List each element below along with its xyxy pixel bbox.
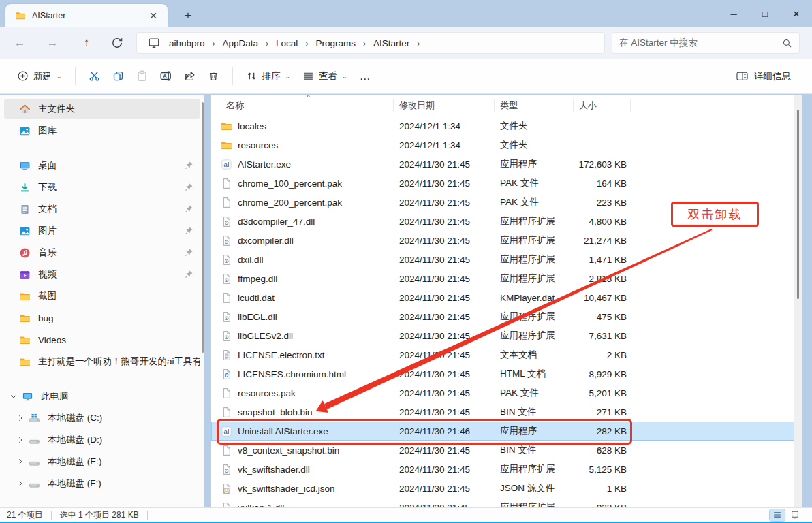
sidebar-item-bug[interactable]: bug (4, 308, 200, 328)
file-type: HTML 文档 (495, 368, 574, 380)
sidebar-item--e-[interactable]: 本地磁盘 (E:) (4, 451, 200, 472)
sidebar-item--[interactable]: 此电脑 (4, 386, 200, 407)
column-header-date[interactable]: 修改日期 (394, 99, 495, 112)
sidebar-item--c-[interactable]: 本地磁盘 (C:) (4, 408, 200, 428)
sidebar-item--[interactable]: 截图 (4, 286, 200, 306)
large-icons-view-toggle[interactable] (787, 509, 802, 521)
file-row[interactable]: LICENSE.electron.txt2024/11/30 21:45文本文档… (211, 345, 802, 364)
list-scrollbar-track[interactable] (794, 95, 802, 507)
more-button[interactable]: … (354, 64, 378, 89)
chevron-right-icon[interactable] (16, 436, 25, 444)
status-separator (51, 511, 52, 520)
column-header-name[interactable]: 名称^ (211, 99, 394, 112)
file-row[interactable]: libEGL.dll2024/11/30 21:45应用程序扩展475 KB (211, 307, 802, 326)
dll-icon (221, 464, 232, 475)
file-type: PAK 文件 (495, 196, 574, 208)
sidebar-divider (4, 379, 200, 379)
explorer-tab[interactable]: AIStarter ✕ (5, 4, 168, 27)
dll-icon (221, 311, 232, 323)
file-icon (221, 292, 232, 304)
tab-close-icon[interactable]: ✕ (146, 8, 161, 23)
sidebar-item--[interactable]: 下载 (4, 177, 200, 197)
column-header-size[interactable]: 大小 (574, 99, 631, 112)
file-type: 应用程序扩展 (495, 272, 574, 285)
chevron-right-icon[interactable] (16, 479, 25, 488)
new-button[interactable]: 新建 ⌄ (11, 64, 68, 89)
trash-icon (208, 70, 219, 82)
cut-button[interactable] (82, 64, 106, 89)
sidebar-item--[interactable]: 视频 (4, 264, 200, 285)
sidebar-item--f-[interactable]: 本地磁盘 (F:) (4, 473, 200, 494)
file-name: icudtl.dat (238, 293, 275, 303)
address-bar[interactable]: aihubpro›AppData›Local›Programs›AIStarte… (136, 32, 605, 54)
file-size: 8,929 KB (574, 369, 631, 379)
file-row[interactable]: ffmpeg.dll2024/11/30 21:45应用程序扩展2,818 KB (211, 269, 802, 288)
list-scrollbar-thumb[interactable] (797, 110, 799, 299)
file-row[interactable]: libGLESv2.dll2024/11/30 21:45应用程序扩展7,631… (211, 326, 802, 345)
file-row[interactable]: aiAIStarter.exe2024/11/30 21:45应用程序172,6… (211, 155, 802, 174)
breadcrumb-item[interactable]: Programs (311, 36, 360, 50)
sidebar-item--d-[interactable]: 本地磁盘 (D:) (4, 430, 200, 450)
dll-icon (221, 216, 232, 227)
sidebar-item--[interactable]: 主文件夹 (4, 99, 200, 119)
file-row[interactable]: aiUninstall AIStarter.exe2024/11/30 21:4… (211, 422, 802, 441)
forward-button[interactable]: → (41, 32, 64, 54)
file-row[interactable]: locales2024/12/1 1:34文件夹 (211, 116, 802, 136)
file-row[interactable]: {0}vk_swiftshader_icd.json2024/11/30 21:… (211, 479, 802, 498)
json-icon: {0} (221, 483, 232, 494)
file-row[interactable]: vulkan-1.dll2024/11/30 21:45应用程序扩展923 KB (211, 498, 802, 507)
file-date: 2024/11/30 21:45 (394, 178, 495, 189)
sidebar-item--[interactable]: 音乐 (4, 242, 200, 263)
sidebar-item--[interactable]: 图片 (4, 221, 200, 241)
paste-button[interactable] (130, 64, 154, 89)
breadcrumb-item[interactable]: Local (271, 36, 302, 50)
file-size: 271 KB (574, 407, 631, 417)
delete-button[interactable] (202, 64, 225, 89)
sidebar-item--[interactable]: 图库 (4, 121, 200, 141)
refresh-icon[interactable] (110, 36, 124, 50)
sidebar-item-videos[interactable]: Videos (4, 330, 200, 350)
file-row[interactable]: eLICENSES.chromium.html2024/11/30 21:45H… (211, 364, 802, 383)
sidebar-scrollbar[interactable] (202, 102, 204, 353)
file-row[interactable]: v8_context_snapshot.bin2024/11/30 21:45B… (211, 441, 802, 460)
chevron-right-icon[interactable] (16, 414, 25, 422)
file-row[interactable]: icudtl.dat2024/11/30 21:45KMPlayer.dat10… (211, 288, 802, 307)
breadcrumb-item[interactable]: AppData (218, 36, 264, 50)
file-size: 282 KB (574, 426, 631, 437)
sort-button[interactable]: 排序 ⌄ (240, 64, 297, 89)
file-icon (221, 407, 232, 418)
close-button[interactable]: ✕ (781, 0, 812, 27)
file-row[interactable]: resources2024/12/1 1:34文件夹 (211, 136, 802, 155)
app-ai-icon: ai (221, 426, 232, 437)
share-button[interactable] (178, 64, 202, 89)
column-header-type[interactable]: 类型 (495, 99, 574, 112)
details-pane-button[interactable]: 详细信息 (730, 64, 797, 89)
download-icon (19, 182, 31, 193)
minimize-button[interactable]: ─ (718, 0, 749, 27)
file-type: KMPlayer.dat (495, 293, 574, 303)
file-row[interactable]: snapshot_blob.bin2024/11/30 21:45BIN 文件2… (211, 402, 802, 422)
sidebar-item-label: 图库 (38, 125, 57, 137)
rename-button[interactable]: A (154, 64, 178, 89)
sidebar-item--ai-[interactable]: 主打就是一个听劝！熊哥开发的ai工具有数字 (4, 351, 200, 372)
file-row[interactable]: chrome_100_percent.pak2024/11/30 21:45PA… (211, 174, 802, 193)
breadcrumb-item[interactable]: aihubpro (164, 36, 210, 50)
details-view-toggle[interactable] (770, 509, 785, 521)
file-row[interactable]: vk_swiftshader.dll2024/11/30 21:45应用程序扩展… (211, 460, 802, 479)
sidebar-item--[interactable]: 文档 (4, 199, 200, 219)
chevron-down-icon[interactable] (10, 392, 18, 400)
search-input[interactable]: 在 AIStarter 中搜索 (612, 32, 800, 54)
sidebar-item--[interactable]: 桌面 (4, 155, 200, 176)
file-row[interactable]: dxcompiler.dll2024/11/30 21:45应用程序扩展21,2… (211, 231, 802, 250)
breadcrumb-item[interactable]: AIStarter (369, 36, 414, 50)
file-row[interactable]: resources.pak2024/11/30 21:45PAK 文件5,201… (211, 383, 802, 402)
back-button[interactable]: ← (8, 32, 31, 54)
new-tab-button[interactable]: + (178, 7, 198, 25)
file-name: snapshot_blob.bin (238, 407, 313, 417)
file-row[interactable]: dxil.dll2024/11/30 21:45应用程序扩展1,471 KB (211, 250, 802, 269)
copy-button[interactable] (106, 64, 130, 89)
view-button[interactable]: 查看 ⌄ (296, 64, 354, 89)
chevron-right-icon[interactable] (16, 458, 25, 466)
maximize-button[interactable]: □ (749, 0, 781, 27)
up-button[interactable]: ↑ (75, 32, 98, 54)
